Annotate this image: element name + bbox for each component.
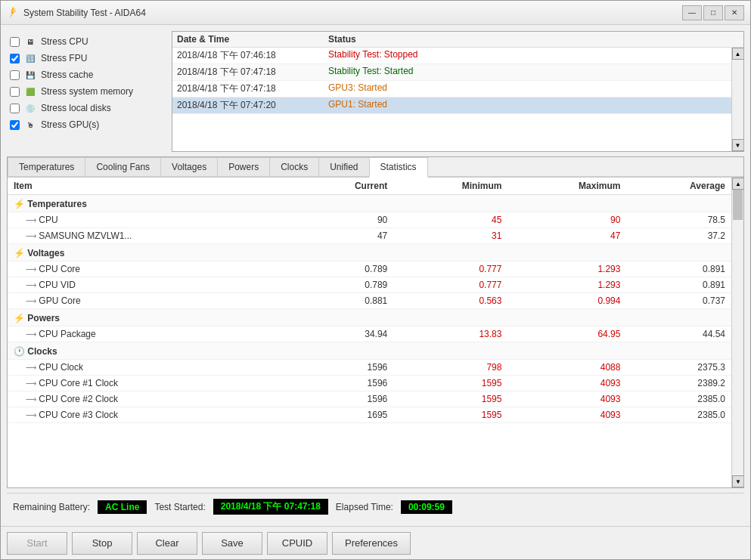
app-icon xyxy=(7,7,19,19)
table-scroll-down[interactable]: ▼ xyxy=(732,475,743,487)
group-row-powers: ⚡ Powers xyxy=(8,309,731,326)
log-row[interactable]: 2018/4/18 下午 07:46:18 Stability Test: St… xyxy=(172,48,731,64)
table-scroll-track xyxy=(732,190,743,475)
battery-label: Remaining Battery: xyxy=(13,502,90,512)
table-row[interactable]: ⟶ SAMSUNG MZVLW1... 47 31 47 37.2 xyxy=(8,228,731,244)
log-status-1: Stability Test: Started xyxy=(328,66,727,79)
stress-cache-item: 💾 Stress cache xyxy=(7,67,166,82)
tab-statistics[interactable]: Statistics xyxy=(369,157,428,178)
table-row[interactable]: ⟶ CPU VID 0.789 0.777 1.293 0.891 xyxy=(8,277,731,293)
val-samsung-max: 47 xyxy=(507,228,626,244)
log-date-2: 2018/4/18 下午 07:47:18 xyxy=(177,82,328,95)
val-core1clk-max: 4093 xyxy=(507,376,626,391)
val-core2clk-avg: 2385.0 xyxy=(626,391,731,407)
cpuid-button[interactable]: CPUID xyxy=(267,532,327,555)
val-cpuvid-min: 0.777 xyxy=(393,277,507,293)
col-average: Average xyxy=(626,178,731,195)
table-row[interactable]: ⟶ CPU 90 45 90 78.5 xyxy=(8,212,731,228)
stress-cache-checkbox[interactable] xyxy=(10,70,20,80)
stress-cpu-label[interactable]: Stress CPU xyxy=(41,36,88,47)
val-cpu-avg: 78.5 xyxy=(626,212,731,228)
group-label-temperatures: ⚡ Temperatures xyxy=(8,195,731,212)
stress-memory-checkbox[interactable] xyxy=(10,87,20,97)
tab-clocks[interactable]: Clocks xyxy=(269,157,319,176)
val-gpucore-avg: 0.737 xyxy=(626,293,731,309)
table-scroll-thumb[interactable] xyxy=(733,190,743,220)
table-row[interactable]: ⟶ CPU Package 34.94 13.83 64.95 44.54 xyxy=(8,326,731,342)
val-cpu-current: 90 xyxy=(295,212,394,228)
val-core2clk-current: 1596 xyxy=(295,391,394,407)
preferences-button[interactable]: Preferences xyxy=(332,532,411,555)
stress-cache-label[interactable]: Stress cache xyxy=(41,70,93,80)
stress-fpu-label[interactable]: Stress FPU xyxy=(41,53,87,63)
scroll-down-arrow[interactable]: ▼ xyxy=(732,139,744,151)
col-minimum: Minimum xyxy=(393,178,507,195)
val-samsung-avg: 37.2 xyxy=(626,228,731,244)
val-cpuvid-current: 0.789 xyxy=(295,277,394,293)
clear-button[interactable]: Clear xyxy=(137,532,197,555)
log-date-0: 2018/4/18 下午 07:46:18 xyxy=(177,49,328,62)
stress-disks-item: 💿 Stress local disks xyxy=(7,101,166,116)
tab-powers[interactable]: Powers xyxy=(217,157,270,176)
val-gpucore-current: 0.881 xyxy=(295,293,394,309)
table-row[interactable]: ⟶ CPU Core #1 Clock 1596 1595 4093 2389.… xyxy=(8,376,731,391)
stress-cpu-checkbox[interactable] xyxy=(10,37,20,47)
val-cpupkg-max: 64.95 xyxy=(507,326,626,342)
tab-voltages[interactable]: Voltages xyxy=(160,157,218,176)
val-core3clk-min: 1595 xyxy=(393,407,507,423)
elapsed-label: Elapsed Time: xyxy=(336,502,393,512)
val-samsung-current: 47 xyxy=(295,228,394,244)
val-cpuclk-min: 798 xyxy=(393,360,507,376)
stress-disks-label[interactable]: Stress local disks xyxy=(41,103,111,113)
item-cpu-core: ⟶ CPU Core xyxy=(8,261,295,277)
save-button[interactable]: Save xyxy=(202,532,262,555)
test-started-label: Test Started: xyxy=(154,502,205,512)
tab-cooling-fans[interactable]: Cooling Fans xyxy=(85,157,161,176)
group-label-powers: ⚡ Powers xyxy=(8,309,731,326)
log-row[interactable]: 2018/4/18 下午 07:47:18 Stability Test: St… xyxy=(172,64,731,81)
stress-gpu-checkbox[interactable] xyxy=(10,120,20,130)
minimize-button[interactable]: — xyxy=(682,5,702,20)
stress-gpu-label[interactable]: Stress GPU(s) xyxy=(41,119,99,130)
stress-memory-label[interactable]: Stress system memory xyxy=(41,86,133,97)
log-panel: Date & Time Status 2018/4/18 下午 07:46:18… xyxy=(172,31,744,152)
item-cpu-core3-clock: ⟶ CPU Core #3 Clock xyxy=(8,407,295,423)
stress-disks-checkbox[interactable] xyxy=(10,104,20,113)
item-gpu-core: ⟶ GPU Core xyxy=(8,293,295,309)
val-cpu-min: 45 xyxy=(393,212,507,228)
item-cpu-package: ⟶ CPU Package xyxy=(8,326,295,342)
table-row[interactable]: ⟶ CPU Clock 1596 798 4088 2375.3 xyxy=(8,360,731,376)
stress-cpu-item: 🖥 Stress CPU xyxy=(7,34,166,49)
status-bar: Remaining Battery: AC Line Test Started:… xyxy=(7,493,744,520)
val-cpuclk-avg: 2375.3 xyxy=(626,360,731,376)
table-row[interactable]: ⟶ GPU Core 0.881 0.563 0.994 0.737 xyxy=(8,293,731,309)
log-row[interactable]: 2018/4/18 下午 07:47:18 GPU3: Started xyxy=(172,81,731,97)
stop-button[interactable]: Stop xyxy=(72,532,132,555)
tab-unified[interactable]: Unified xyxy=(318,157,369,176)
scroll-up-arrow[interactable]: ▲ xyxy=(732,48,744,60)
val-cpupkg-avg: 44.54 xyxy=(626,326,731,342)
top-section: 🖥 Stress CPU 🔢 Stress FPU 💾 Stress cache… xyxy=(7,31,744,152)
tab-temperatures[interactable]: Temperatures xyxy=(8,157,85,176)
stress-fpu-checkbox[interactable] xyxy=(10,54,20,63)
log-row[interactable]: 2018/4/18 下午 07:47:20 GPU1: Started xyxy=(172,97,731,114)
table-scrollbar: ▲ ▼ xyxy=(731,178,743,487)
gpu-icon: 🖱 xyxy=(24,119,36,131)
maximize-button[interactable]: □ xyxy=(703,5,723,20)
val-core1clk-current: 1596 xyxy=(295,376,394,391)
col-current: Current xyxy=(295,178,394,195)
start-button[interactable]: Start xyxy=(7,532,67,555)
table-row[interactable]: ⟶ CPU Core 0.789 0.777 1.293 0.891 xyxy=(8,261,731,277)
tabs-section: Temperatures Cooling Fans Voltages Power… xyxy=(7,156,744,488)
fpu-icon: 🔢 xyxy=(24,52,36,64)
close-button[interactable]: ✕ xyxy=(725,5,744,20)
stress-memory-item: 🟩 Stress system memory xyxy=(7,84,166,99)
main-window: System Stability Test - AIDA64 — □ ✕ 🖥 S… xyxy=(0,0,751,560)
table-scroll-up[interactable]: ▲ xyxy=(732,178,743,190)
table-row[interactable]: ⟶ CPU Core #2 Clock 1596 1595 4093 2385.… xyxy=(8,391,731,407)
table-row[interactable]: ⟶ CPU Core #3 Clock 1695 1595 4093 2385.… xyxy=(8,407,731,423)
val-cpuvid-max: 1.293 xyxy=(507,277,626,293)
log-date-3: 2018/4/18 下午 07:47:20 xyxy=(177,99,328,112)
val-cpupkg-current: 34.94 xyxy=(295,326,394,342)
stats-table: Item Current Minimum Maximum Average xyxy=(8,178,731,487)
